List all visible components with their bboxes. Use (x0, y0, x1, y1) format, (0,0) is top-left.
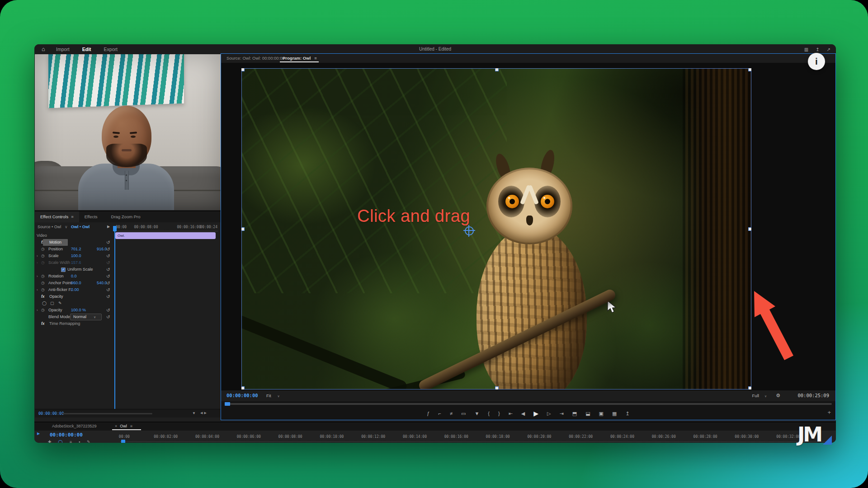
panel-menu-icon[interactable]: ≡ (314, 56, 317, 61)
program-monitor-tab[interactable]: Program: Owl≡ (283, 56, 317, 61)
reset-icon[interactable]: ↺ (106, 314, 110, 320)
rect-mask-icon[interactable]: ▢ (50, 300, 54, 307)
stopwatch-icon[interactable]: ◷ (41, 307, 45, 314)
checkbox[interactable]: ✓ (61, 267, 66, 272)
tool-sequence-settings-icon[interactable]: ≡ (70, 440, 72, 443)
timeline-ruler[interactable]: 00:0000:00:02:0000:00:04:0000:00:06:0000… (104, 435, 809, 439)
selection-handle[interactable] (241, 227, 245, 231)
snap-button[interactable]: ≠ (450, 407, 453, 420)
timeline-tab-owl[interactable]: ×Owl≡ (115, 424, 132, 428)
anchor-point-icon[interactable] (465, 226, 474, 235)
menu-edit[interactable]: Edit (82, 47, 91, 52)
owl-video-frame[interactable]: Click and drag (241, 68, 751, 389)
selection-handle[interactable] (748, 68, 751, 71)
stopwatch-icon[interactable]: ◷ (41, 286, 45, 293)
twirl-icon[interactable]: › (37, 286, 38, 293)
comparison-view-button[interactable]: ▦ (612, 407, 617, 420)
selection-handle[interactable] (241, 68, 245, 71)
effect-parameter-row[interactable]: ›◷Scale Width157.6↺ (36, 259, 150, 266)
playback-resolution-dropdown[interactable]: Full∨ (752, 393, 767, 398)
ecp-playhead[interactable] (113, 226, 117, 231)
effect-parameter-row[interactable]: ◯▢✎ (36, 300, 150, 307)
parameter-value[interactable]: 157.6 (71, 259, 81, 266)
selection-handle[interactable] (241, 386, 245, 389)
effect-parameter-row[interactable]: fxMotion↺ (36, 239, 150, 246)
export-frame-button[interactable]: ▣ (599, 407, 604, 420)
lift-button[interactable]: ⬒ (572, 407, 577, 420)
timeline-tab-adobestock[interactable]: AdobeStock_387223529 (52, 424, 97, 428)
twirl-icon[interactable]: › (37, 307, 38, 314)
settings-wrench-icon[interactable]: ⚙ (776, 393, 780, 399)
effect-parameter-row[interactable]: ›◷Anti-flicker F..0.00↺ (36, 286, 150, 293)
play-button[interactable]: ▶ (533, 407, 538, 420)
menu-import[interactable]: Import (56, 47, 70, 52)
go-to-in-button[interactable]: ⇤ (509, 407, 513, 420)
parameter-value[interactable]: Normal (70, 314, 102, 320)
effect-parameter-row[interactable]: ›◷Opacity100.0 %↺ (36, 307, 150, 314)
selection-handle[interactable] (495, 68, 499, 71)
filter-icon[interactable]: ▼ (192, 411, 196, 415)
add-button[interactable]: + (827, 409, 831, 416)
ecp-timecode[interactable]: 00:00:00:00 (38, 411, 64, 416)
tool-edit-icon[interactable]: ✎ (87, 440, 90, 443)
safe-margins-button[interactable]: ⌐ (438, 407, 441, 420)
export-still-button[interactable]: ▭ (461, 407, 466, 420)
extract-button[interactable]: ⬓ (585, 407, 590, 420)
timeline-playhead[interactable] (121, 440, 125, 443)
reset-icon[interactable]: ↺ (106, 239, 110, 246)
reset-icon[interactable]: ↺ (106, 307, 110, 314)
twirl-icon[interactable]: › (37, 253, 38, 259)
fx-badge-button[interactable]: ƒ (427, 407, 429, 420)
seekbar-playhead[interactable] (225, 402, 230, 406)
selection-handle[interactable] (748, 227, 751, 231)
stopwatch-icon[interactable]: ◷ (41, 259, 45, 266)
source-monitor-tab[interactable]: Source: Owl: Owl: 00:00:00:00 (226, 56, 285, 61)
workspace-icon[interactable]: ▥ (804, 47, 808, 52)
tab-effect-controls[interactable]: Effect Controls≡ (35, 211, 79, 222)
dropdown-chevron-icon[interactable]: ∨ (94, 314, 96, 320)
twirl-icon[interactable]: › (37, 259, 38, 266)
parameter-value[interactable]: 0.00 (71, 286, 79, 293)
reset-icon[interactable]: ↺ (106, 280, 110, 286)
parameter-value[interactable]: 100.0 (71, 253, 81, 259)
mark-in-button[interactable]: { (488, 407, 490, 420)
reset-icon[interactable]: ↺ (106, 293, 110, 300)
fx-badge-icon[interactable]: fx (41, 320, 45, 327)
tab-effects[interactable]: Effects (79, 211, 106, 222)
effect-parameter-row[interactable]: ◷Anchor Point960.0540.0↺ (36, 280, 150, 286)
ecp-scrollbar[interactable] (62, 413, 152, 414)
ellipse-mask-icon[interactable]: ◯ (42, 300, 47, 307)
step-back-button[interactable]: ◀ (521, 407, 525, 420)
stopwatch-icon[interactable]: ◷ (41, 273, 45, 280)
twirl-icon[interactable]: › (37, 273, 38, 280)
selection-handle[interactable] (748, 386, 751, 389)
stopwatch-icon[interactable]: ◷ (41, 253, 45, 259)
add-marker-button[interactable]: ▼ (474, 407, 479, 420)
effect-parameter-row[interactable]: Video (36, 232, 150, 239)
stopwatch-icon[interactable]: ◷ (41, 246, 45, 253)
reset-icon[interactable]: ↺ (106, 273, 110, 280)
share-icon[interactable]: ↥ (816, 47, 819, 52)
close-icon[interactable]: × (115, 424, 117, 428)
panel-menu-icon[interactable]: ≡ (130, 424, 132, 428)
effect-parameter-row[interactable]: ◷Position701.2916.0↺ (36, 246, 150, 253)
current-timecode[interactable]: 00:00:00:00 (226, 393, 258, 398)
parameter-value[interactable]: 0.0 (71, 273, 77, 280)
panel-menu-icon[interactable]: ≡ (71, 214, 74, 219)
info-button[interactable]: i (808, 53, 825, 70)
parameter-value[interactable]: 701.2 (71, 246, 81, 253)
go-to-out-button[interactable]: ⇥ (560, 407, 564, 420)
tab-drag-zoom-pro[interactable]: Drag Zoom Pro (106, 211, 149, 222)
mark-out-button[interactable]: } (498, 407, 500, 420)
tool-snap-icon[interactable]: ◯ (58, 440, 63, 443)
fx-badge-icon[interactable]: fx (41, 293, 45, 300)
tool-add-icon[interactable]: ✚ (48, 440, 52, 443)
parameter-value[interactable]: 960.0 (71, 280, 81, 286)
reset-icon[interactable]: ↺ (106, 286, 110, 293)
reset-icon[interactable]: ↺ (106, 259, 110, 266)
timeline-timecode[interactable]: 00:00:00:00 (50, 432, 83, 438)
menu-export[interactable]: Export (104, 47, 118, 52)
effect-parameter-row[interactable]: ✓Uniform Scale↺ (36, 266, 150, 273)
effect-parameter-row[interactable]: fxTime Remapping (36, 320, 150, 327)
selection-handle[interactable] (495, 386, 499, 389)
